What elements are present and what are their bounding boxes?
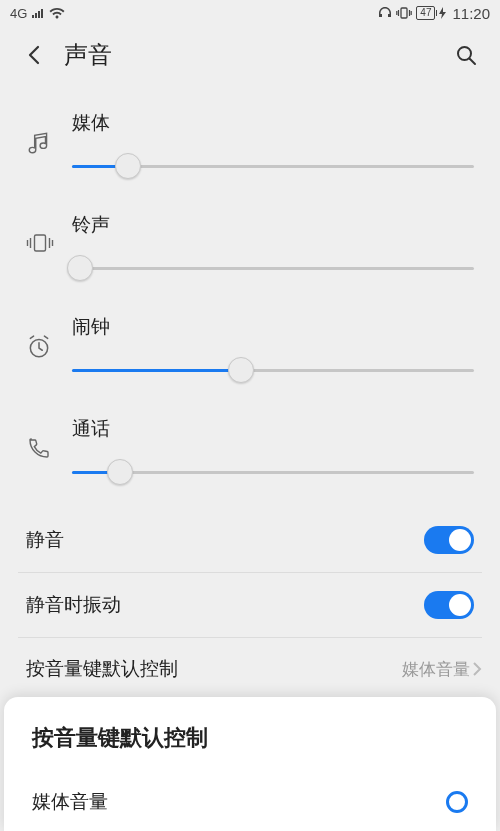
battery-icon: 47 [416, 6, 435, 20]
wifi-icon [49, 8, 65, 19]
ringtone-volume-label: 铃声 [72, 212, 474, 238]
alarm-volume-row: 闹钟 [0, 304, 500, 406]
alarm-volume-label: 闹钟 [72, 314, 474, 340]
ringtone-volume-row: 铃声 [0, 202, 500, 304]
volume-key-default-row[interactable]: 按音量键默认控制 媒体音量 [0, 638, 500, 700]
battery-level: 47 [420, 7, 431, 19]
volume-key-default-value: 媒体音量 [402, 658, 482, 681]
alarm-clock-icon [26, 314, 72, 360]
volume-key-default-value-text: 媒体音量 [402, 658, 470, 681]
status-right: 47 11:20 [378, 5, 490, 22]
dialog-option-media[interactable]: 媒体音量 [32, 783, 468, 821]
title-bar: 声音 [0, 26, 500, 84]
call-volume-slider[interactable] [72, 460, 474, 484]
call-volume-row: 通话 [0, 406, 500, 508]
mute-row: 静音 [0, 508, 500, 572]
page-title: 声音 [64, 39, 452, 71]
media-volume-label: 媒体 [72, 110, 474, 136]
svg-rect-0 [401, 8, 407, 18]
signal-icon [31, 8, 45, 19]
dialog-option-media-label: 媒体音量 [32, 789, 108, 815]
radio-selected-icon [446, 791, 468, 813]
headphones-icon [378, 6, 392, 20]
vibrate-icon [396, 6, 412, 20]
music-note-icon [26, 110, 72, 156]
svg-rect-2 [35, 235, 46, 251]
vibrate-when-muted-row: 静音时振动 [0, 573, 500, 637]
vibrate-icon [26, 212, 72, 254]
dialog-title: 按音量键默认控制 [32, 723, 468, 753]
alarm-volume-slider[interactable] [72, 358, 474, 382]
ringtone-volume-slider[interactable] [72, 256, 474, 280]
search-button[interactable] [452, 41, 480, 69]
status-left: 4G [10, 6, 65, 21]
media-volume-row: 媒体 [0, 100, 500, 202]
media-volume-slider[interactable] [72, 154, 474, 178]
volume-key-default-label: 按音量键默认控制 [26, 656, 178, 682]
clock-time: 11:20 [452, 5, 490, 22]
vibrate-when-muted-label: 静音时振动 [26, 592, 121, 618]
charging-icon [439, 7, 446, 19]
mute-toggle[interactable] [424, 526, 474, 554]
volume-key-dialog: 按音量键默认控制 媒体音量 [4, 697, 496, 831]
vibrate-when-muted-toggle[interactable] [424, 591, 474, 619]
back-button[interactable] [20, 41, 48, 69]
call-volume-label: 通话 [72, 416, 474, 442]
chevron-right-icon [472, 661, 482, 677]
status-bar: 4G 47 11:20 [0, 0, 500, 26]
mute-label: 静音 [26, 527, 64, 553]
phone-icon [26, 416, 72, 460]
network-type: 4G [10, 6, 27, 21]
settings-content: 媒体 铃声 闹钟 [0, 84, 500, 700]
